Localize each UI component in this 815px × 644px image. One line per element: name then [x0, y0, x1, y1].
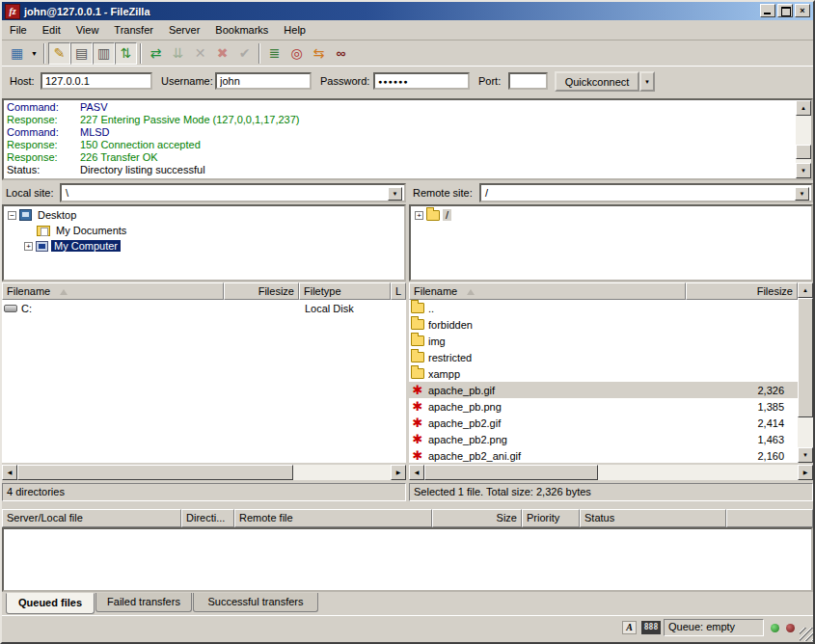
transfer-type-indicator[interactable]: A: [622, 621, 637, 634]
tree-item-my-documents[interactable]: My Documents: [4, 223, 404, 238]
toggle-remote-tree-button[interactable]: ▥: [93, 42, 115, 65]
column-header-filesize[interactable]: Filesize: [224, 282, 299, 300]
scroll-thumb[interactable]: [796, 145, 811, 159]
chevron-down-icon[interactable]: ▼: [795, 187, 809, 201]
menu-item-server[interactable]: Server: [161, 22, 207, 38]
column-header-filesize[interactable]: Filesize: [686, 282, 798, 300]
tree-item-root[interactable]: + /: [411, 207, 811, 223]
site-manager-button[interactable]: ▦: [6, 42, 28, 65]
drive-icon: [4, 305, 17, 312]
log-scrollbar[interactable]: ▲ ▼: [796, 100, 811, 178]
password-input[interactable]: [373, 72, 470, 90]
local-site-combo[interactable]: \ ▼: [60, 183, 406, 202]
quickconnect-button[interactable]: Quickconnect: [555, 71, 639, 92]
menu-item-edit[interactable]: Edit: [35, 22, 68, 38]
column-header-last-modified[interactable]: L: [391, 282, 406, 300]
host-input[interactable]: [41, 72, 152, 90]
username-input[interactable]: [215, 72, 312, 90]
scroll-right-icon[interactable]: ▶: [391, 465, 406, 480]
find-files-button[interactable]: ∞: [330, 42, 352, 65]
quickconnect-dropdown[interactable]: ▼: [639, 71, 655, 92]
queue-list[interactable]: [2, 527, 813, 592]
tab-failed-transfers[interactable]: Failed transfers: [95, 593, 192, 612]
collapse-icon[interactable]: −: [8, 211, 16, 220]
file-row-parent[interactable]: ..: [409, 300, 798, 316]
file-row-apache-pb2-ani-gif[interactable]: ✱apache_pb2_ani.gif2,160: [409, 447, 798, 463]
column-header-remote-file[interactable]: Remote file: [234, 509, 432, 527]
compare-button[interactable]: ◎: [285, 42, 308, 65]
process-queue-button[interactable]: ⇊: [167, 42, 189, 65]
refresh-button[interactable]: ⇄: [145, 42, 167, 65]
column-header-size[interactable]: Size: [432, 509, 522, 527]
file-row-xampp[interactable]: xampp: [409, 365, 798, 382]
tab-queued-files[interactable]: Queued files: [6, 593, 95, 614]
file-row-apache-pb-png[interactable]: ✱apache_pb.png1,385: [409, 398, 798, 415]
column-header-filetype[interactable]: Filetype: [299, 282, 391, 300]
menu-item-view[interactable]: View: [68, 22, 107, 38]
column-header-direction[interactable]: Directi...: [181, 509, 234, 527]
folder-icon: [411, 319, 424, 330]
column-header-priority[interactable]: Priority: [522, 509, 580, 527]
scroll-left-icon[interactable]: ◀: [2, 465, 17, 480]
scroll-thumb[interactable]: [17, 465, 293, 480]
scroll-thumb[interactable]: [798, 298, 813, 417]
chevron-down-icon: ▼: [644, 79, 650, 85]
verify-button[interactable]: ✔: [233, 42, 256, 65]
menu-item-transfer[interactable]: Transfer: [106, 22, 161, 38]
scroll-down-icon[interactable]: ▼: [796, 163, 811, 178]
column-header-status[interactable]: Status: [580, 509, 726, 527]
remote-vscrollbar[interactable]: ▲ ▼: [798, 282, 813, 463]
scroll-up-icon[interactable]: ▲: [796, 100, 811, 116]
chevron-down-icon[interactable]: ▼: [388, 187, 402, 201]
remote-site-combo[interactable]: / ▼: [479, 183, 813, 202]
sync-browsing-icon: ⇆: [313, 45, 325, 61]
file-row-apache-pb-gif[interactable]: ✱apache_pb.gif2,326: [409, 382, 798, 398]
menu-item-file[interactable]: File: [2, 22, 35, 38]
tree-item-my-computer[interactable]: + My Computer: [4, 238, 404, 254]
red-led-icon: [786, 624, 795, 632]
menu-item-help[interactable]: Help: [276, 22, 313, 38]
tab-successful-transfers[interactable]: Successful transfers: [193, 593, 318, 612]
minimize-button[interactable]: [760, 4, 775, 17]
file-row-apache-pb2-gif[interactable]: ✱apache_pb2.gif2,414: [409, 415, 798, 431]
close-button[interactable]: ×: [795, 4, 810, 17]
toggle-log-button[interactable]: ✎: [48, 42, 70, 65]
verify-icon: ✔: [239, 45, 251, 61]
scroll-up-icon[interactable]: ▲: [798, 282, 813, 298]
cancel-button[interactable]: ✕: [189, 42, 211, 65]
file-row-img[interactable]: img: [409, 333, 798, 349]
scroll-left-icon[interactable]: ◀: [409, 465, 424, 480]
log-line: Response:227 Entering Passive Mode (127,…: [4, 114, 796, 126]
local-site-bar: Local site: \ ▼: [2, 183, 406, 203]
speed-limit-indicator[interactable]: 888: [641, 621, 661, 634]
file-row-c-drive[interactable]: C: Local Disk: [2, 300, 406, 316]
resize-grip[interactable]: [800, 628, 813, 641]
expand-icon[interactable]: +: [415, 211, 423, 220]
maximize-button[interactable]: [777, 4, 793, 17]
tree-item-desktop[interactable]: − Desktop: [4, 207, 404, 223]
local-hscrollbar[interactable]: ◀ ▶: [2, 465, 406, 480]
filter-button[interactable]: ≣: [263, 42, 285, 65]
site-manager-dropdown[interactable]: ▼: [28, 42, 41, 65]
scroll-thumb[interactable]: [424, 465, 598, 480]
sync-browsing-button[interactable]: ⇆: [308, 42, 330, 65]
port-input[interactable]: [508, 72, 548, 90]
scroll-down-icon[interactable]: ▼: [798, 447, 813, 463]
local-status-text: 4 directories: [2, 483, 406, 501]
file-row-apache-pb2-png[interactable]: ✱apache_pb2.png1,463: [409, 431, 798, 447]
menu-item-bookmarks[interactable]: Bookmarks: [207, 22, 276, 38]
expand-icon[interactable]: +: [24, 242, 33, 251]
column-header-server-local-file[interactable]: Server/Local file: [2, 509, 181, 527]
remote-hscrollbar[interactable]: ◀ ▶: [409, 465, 813, 480]
binoculars-icon: ∞: [337, 45, 346, 61]
disconnect-button[interactable]: ✖: [211, 42, 233, 65]
file-row-restricted[interactable]: restricted: [409, 349, 798, 365]
message-log-icon: ✎: [54, 45, 66, 61]
column-header-filename[interactable]: Filename: [409, 282, 686, 300]
quickconnect-bar: Host: Username: Password: Port: Quickcon…: [2, 67, 813, 97]
toggle-queue-button[interactable]: ⇅: [115, 42, 137, 65]
scroll-right-icon[interactable]: ▶: [798, 465, 813, 480]
file-row-forbidden[interactable]: forbidden: [409, 316, 798, 333]
toggle-local-tree-button[interactable]: ▤: [70, 42, 93, 65]
column-header-filename[interactable]: Filename: [2, 282, 224, 300]
